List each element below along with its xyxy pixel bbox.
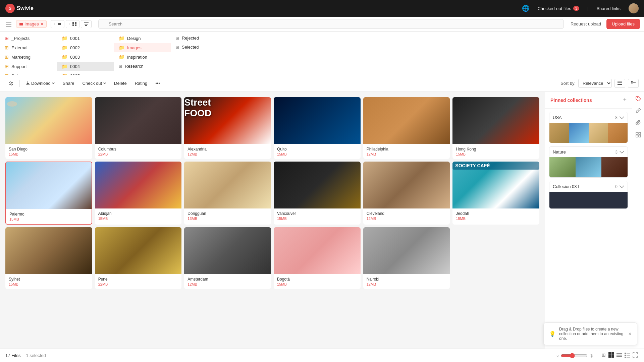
image-card-dongguan[interactable]: Dongguan 13MB [184,162,271,225]
folder-label: Sales [11,73,22,75]
grid-view-mode-btn2[interactable] [608,352,614,359]
collection-name-input[interactable] [553,184,615,189]
folder-item-rejected[interactable]: ⊞ Rejected [171,34,228,43]
more-btn[interactable]: ••• [152,79,163,88]
detail-view-btn[interactable] [628,79,639,88]
image-thumbnail [6,162,92,209]
share-btn[interactable]: Share [59,79,78,88]
delete-btn[interactable]: Delete [111,79,130,88]
svg-point-22 [7,101,17,107]
download-icon [26,81,30,85]
folder-item-research[interactable]: ⊞ Research [114,62,171,71]
folder-item-support[interactable]: ⊞ Support [0,62,57,71]
image-card-columbus[interactable]: Columbus 22MB [95,97,182,159]
image-card-bogota[interactable]: Bogotá 15MB [274,227,361,289]
collection-card-usa[interactable]: USA 8 [549,112,628,143]
image-card-quito[interactable]: Quito 15MB [274,97,361,159]
image-size: 22MB [98,152,178,156]
image-card-alexandria[interactable]: StreetFOOD Alexandria 12MB [184,97,271,159]
grid-collection-icon-btn[interactable] [636,132,641,139]
sidebar-toggle-btn[interactable] [4,19,13,29]
folder-item-0004[interactable]: 📁 0004 [57,62,114,71]
svg-rect-6 [75,24,76,26]
folder-item-projects[interactable]: ⊞ _Projects [0,34,57,43]
svg-point-11 [10,82,11,83]
folder-label: Marketing [11,55,31,60]
image-card-abidjan[interactable]: Abidjan 15MB [95,162,182,225]
rating-btn[interactable]: Rating [131,79,151,88]
image-size: 15MB [98,217,178,221]
folder-label: 0005 [70,73,80,75]
globe-icon[interactable]: 🌐 [522,5,529,12]
file-count: 17 Files [5,353,21,358]
filter-toggle-btn[interactable] [5,79,17,88]
folder-item-0001[interactable]: 📁 0001 [57,34,114,43]
request-upload-btn[interactable]: Request upload [571,21,601,26]
checkout-btn[interactable]: Check out [79,79,110,88]
add-folder-btn[interactable]: + [51,20,64,28]
image-card-pune[interactable]: Pune 22MB [95,227,182,289]
list-view-btn[interactable] [614,79,625,88]
folder-col-3: 📁 Design 📁 Images 📁 Inspiration ⊞ Resear… [114,32,171,75]
download-btn[interactable]: Download [22,79,58,88]
image-card-nairobi[interactable]: Nairobi 12MB [363,227,450,289]
image-card-sylhet[interactable]: Sylhet 15MB [5,227,92,289]
image-card-hong-kong[interactable]: Hong Kong 15MB [452,97,539,159]
selected-count: 1 selected [26,353,46,358]
image-size: 15MB [9,282,89,286]
breadcrumb-bar: Images ✕ + + 🔍 [0,17,644,32]
image-card-amsterdam[interactable]: Amsterdam 12MB [184,227,271,289]
toolbar-sep-1 [19,80,20,87]
image-card-philadelphia[interactable]: Philadelphia 12MB [363,97,450,159]
add-collection-btn[interactable]: + [623,97,627,104]
folder-item-images[interactable]: 📁 Images [114,43,171,52]
list-view-mode-btn[interactable] [616,352,623,359]
image-card-jeddah[interactable]: SOCIETY CAFÉ Jeddah 15MB [452,162,539,225]
folder-nav: ⊞ _Projects ⊞ External ⊞ Marketing ⊞ Sup… [0,32,644,75]
folder-item-0005[interactable]: 📁 0005 [57,71,114,75]
add-view-btn[interactable]: + [66,20,79,28]
collection-icon: ⊞ [5,64,9,69]
folder-item-selected[interactable]: ⊞ Selected [171,43,228,52]
folder-item-inspiration[interactable]: 📁 Inspiration [114,52,171,62]
logo[interactable]: S Swivle [5,4,34,13]
folder-item-external[interactable]: ⊞ External [0,43,57,52]
breadcrumb-close-btn[interactable]: ✕ [40,22,44,26]
image-card-san-diego[interactable]: San Diego 15MB [5,97,92,159]
checked-out-files-btn[interactable]: Checked-out files 3 [537,6,579,11]
grid-view-mode-btn[interactable]: ⊞ [601,352,606,359]
folder-item-design[interactable]: 📁 Design [114,34,171,43]
image-card-palermo[interactable]: Palermo 15MB [5,162,92,225]
sort-area: Sort by: Relevance [560,79,639,88]
clip-icon-btn[interactable] [636,120,641,127]
image-thumbnail [363,227,450,274]
folder-item-0003[interactable]: 📁 0003 [57,52,114,62]
image-thumbnail [274,97,361,144]
svg-rect-40 [627,357,630,358]
search-input[interactable] [98,19,564,29]
collection-card-nature[interactable]: Nature 3 [549,146,628,178]
folder-item-marketing[interactable]: ⊞ Marketing [0,52,57,62]
image-name: San Diego [9,147,89,152]
image-card-cleveland[interactable]: Cleveland 12MB [363,162,450,225]
shared-links-btn[interactable]: Shared links [596,6,621,11]
upload-files-btn[interactable]: Upload files [606,19,640,29]
folder-item-0002[interactable]: 📁 0002 [57,43,114,52]
toast-close-btn[interactable]: ✕ [628,331,632,336]
fullscreen-btn[interactable] [632,352,639,359]
folder-item-sales[interactable]: ⊞ Sales [0,71,57,75]
detail-list-mode-btn[interactable] [624,352,631,359]
link-icon-btn[interactable] [636,108,641,115]
zoom-slider[interactable] [561,353,588,358]
user-avatar[interactable] [629,3,639,13]
nav-divider: | [587,6,588,11]
sort-select[interactable]: Relevance [578,79,612,88]
breadcrumb-current[interactable]: Images ✕ [16,20,47,28]
image-grid: San Diego 15MB Columbus 22MB StreetFOOD … [5,97,539,289]
collection-card-03[interactable]: 0 [549,181,628,209]
filter-btn[interactable] [81,20,92,28]
svg-rect-5 [72,24,74,26]
view-buttons: + + [51,20,92,28]
tag-icon-btn[interactable] [636,96,641,103]
image-card-vancouver[interactable]: Vancouver 15MB [274,162,361,225]
